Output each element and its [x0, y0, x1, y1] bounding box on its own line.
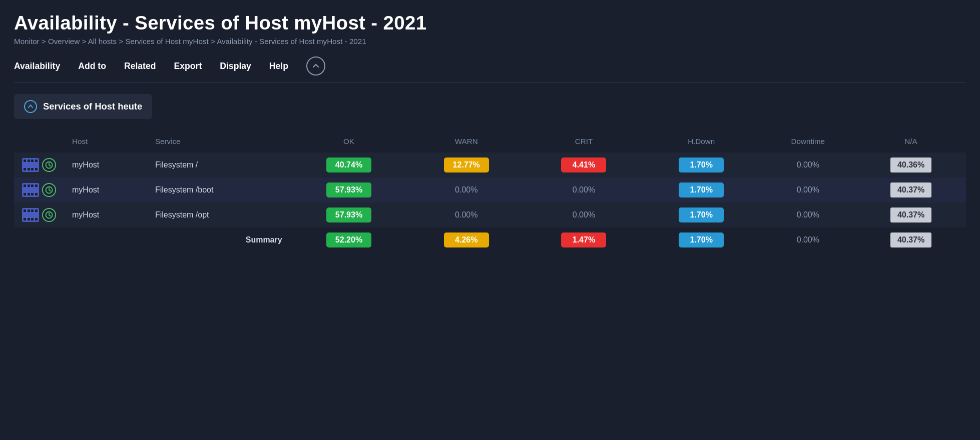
nav-related[interactable]: Related: [124, 59, 156, 74]
col-service: Service: [147, 133, 290, 152]
section-header: Services of Host heute: [14, 94, 152, 119]
col-warn: WARN: [407, 133, 525, 152]
row-downtime: 0.00%: [760, 152, 856, 178]
summary-downtime: 0.00%: [760, 228, 856, 252]
row-warn: 0.00%: [407, 202, 525, 228]
col-downtime: Downtime: [760, 133, 856, 152]
film-strip-icon[interactable]: [22, 183, 39, 197]
clock-icon[interactable]: [42, 208, 56, 222]
nav-help[interactable]: Help: [269, 59, 288, 74]
film-strip-icon[interactable]: [22, 208, 39, 222]
svg-line-2: [49, 165, 51, 166]
summary-crit: 1.47%: [525, 228, 643, 252]
clock-icon[interactable]: [42, 158, 56, 172]
col-crit: CRIT: [525, 133, 643, 152]
arrow-up-circle-icon: [24, 100, 37, 113]
table-row: myHost Filesystem /boot 57.93% 0.00% 0.0…: [14, 178, 966, 202]
row-host: myHost: [64, 202, 147, 228]
page-title: Availability - Services of Host myHost -…: [14, 12, 966, 34]
nav-display[interactable]: Display: [220, 59, 251, 74]
row-warn: 0.00%: [407, 178, 525, 202]
svg-line-8: [49, 215, 51, 216]
row-downtime: 0.00%: [760, 202, 856, 228]
nav-addto[interactable]: Add to: [78, 59, 106, 74]
clock-icon[interactable]: [42, 183, 56, 197]
summary-label: Summary: [147, 228, 290, 252]
col-hdown: H.Down: [643, 133, 760, 152]
table-row: myHost Filesystem / 40.74% 12.77% 4.41% …: [14, 152, 966, 178]
summary-ok: 52.20%: [290, 228, 408, 252]
collapse-button[interactable]: [306, 56, 325, 76]
row-service[interactable]: Filesystem /: [147, 152, 290, 178]
row-service[interactable]: Filesystem /boot: [147, 178, 290, 202]
table-row: myHost Filesystem /opt 57.93% 0.00% 0.00…: [14, 202, 966, 228]
row-service[interactable]: Filesystem /opt: [147, 202, 290, 228]
col-ok: OK: [290, 133, 408, 152]
section-title: Services of Host heute: [43, 101, 142, 112]
nav-availability[interactable]: Availability: [14, 59, 60, 74]
row-na: 40.37%: [856, 202, 966, 228]
row-icons: [14, 178, 64, 202]
summary-na: 40.37%: [856, 228, 966, 252]
row-hdown: 1.70%: [643, 152, 760, 178]
row-ok: 57.93%: [290, 178, 408, 202]
row-ok: 40.74%: [290, 152, 408, 178]
col-host: Host: [64, 133, 147, 152]
summary-spacer: [14, 228, 147, 252]
col-na: N/A: [856, 133, 966, 152]
availability-table: Host Service OK WARN CRIT H.Down Downtim…: [14, 133, 966, 252]
row-na: 40.37%: [856, 178, 966, 202]
col-icons: [14, 133, 64, 152]
row-crit: 0.00%: [525, 178, 643, 202]
row-downtime: 0.00%: [760, 178, 856, 202]
row-crit: 0.00%: [525, 202, 643, 228]
row-warn: 12.77%: [407, 152, 525, 178]
row-host: myHost: [64, 152, 147, 178]
row-crit: 4.41%: [525, 152, 643, 178]
summary-row: Summary 52.20% 4.26% 1.47% 1.70% 0.00% 4…: [14, 228, 966, 252]
svg-line-5: [49, 190, 51, 191]
row-icons: [14, 202, 64, 228]
nav-export[interactable]: Export: [174, 59, 202, 74]
row-hdown: 1.70%: [643, 202, 760, 228]
row-icons: [14, 152, 64, 178]
row-host: myHost: [64, 178, 147, 202]
row-ok: 57.93%: [290, 202, 408, 228]
summary-hdown: 1.70%: [643, 228, 760, 252]
row-hdown: 1.70%: [643, 178, 760, 202]
row-na: 40.36%: [856, 152, 966, 178]
nav-bar: Availability Add to Related Export Displ…: [14, 56, 966, 83]
summary-warn: 4.26%: [407, 228, 525, 252]
breadcrumb: Monitor > Overview > All hosts > Service…: [14, 37, 966, 46]
film-strip-icon[interactable]: [22, 158, 39, 172]
